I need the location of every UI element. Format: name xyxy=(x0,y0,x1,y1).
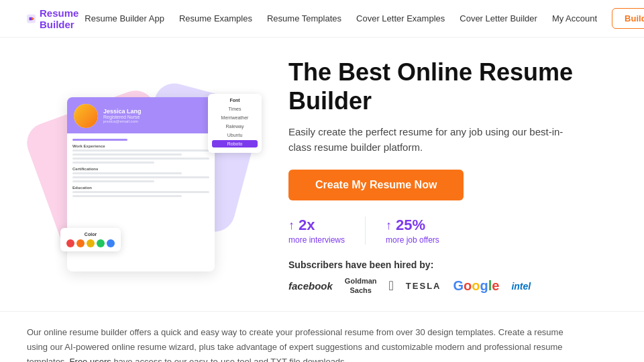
swatch-red[interactable] xyxy=(66,239,74,247)
nav-examples[interactable]: Resume Examples xyxy=(179,13,252,23)
navigation: Resume Builder Resume Builder App Resume… xyxy=(0,0,644,38)
font-option-roboto[interactable]: Roboto xyxy=(212,140,258,147)
nav-templates[interactable]: Resume Templates xyxy=(267,13,341,23)
cta-button[interactable]: Create My Resume Now xyxy=(288,170,464,200)
hero-content: The Best Online Resume Builder Easily cr… xyxy=(268,58,617,298)
resume-contact: jessica@email.com xyxy=(103,119,142,123)
stat-job-offers-label: more job offers xyxy=(386,235,439,245)
description-text: Our online resume builder offers a quick… xyxy=(27,325,577,362)
logo-facebook: facebook xyxy=(288,280,333,292)
logo-apple:  xyxy=(389,278,394,294)
font-option-merriweather[interactable]: Merriweather xyxy=(212,114,258,121)
hired-by-section: Subscribers have been hired by: facebook… xyxy=(288,259,617,294)
swatch-blue[interactable] xyxy=(107,239,115,247)
free-users-link[interactable]: Free users xyxy=(70,357,111,362)
stat-interviews-value: 2x xyxy=(299,217,315,234)
nav-cover-builder[interactable]: Cover Letter Builder xyxy=(460,13,537,23)
logo-intel: intel xyxy=(511,281,531,292)
nav-builder-app[interactable]: Resume Builder App xyxy=(85,13,164,23)
swatch-orange[interactable] xyxy=(76,239,85,247)
hired-by-label: Subscribers have been hired by: xyxy=(288,259,617,270)
logo-google: Google xyxy=(453,278,499,294)
nav-cover-examples[interactable]: Cover Letter Examples xyxy=(356,13,445,23)
stat-arrow-up-1: ↑ xyxy=(288,219,294,233)
logo-tesla: TESLA xyxy=(406,281,441,291)
color-panel: Color xyxy=(60,228,121,251)
stat-job-offers: ↑ 25% more job offers xyxy=(386,217,439,245)
description-section: Our online resume builder offers a quick… xyxy=(0,311,644,362)
svg-point-1 xyxy=(32,17,34,20)
stat-arrow-up-2: ↑ xyxy=(386,219,392,233)
resume-header: Jessica Lang Registered Nurse jessica@em… xyxy=(67,97,215,133)
resume-avatar xyxy=(74,104,98,128)
nav-links: Resume Builder App Resume Examples Resum… xyxy=(85,8,644,29)
font-option-raleway[interactable]: Raleway xyxy=(212,123,258,130)
swatch-yellow[interactable] xyxy=(87,239,95,247)
logo-goldman: GoldmanSachs xyxy=(345,277,377,294)
hero-section: Jessica Lang Registered Nurse jessica@em… xyxy=(0,38,644,311)
hero-headline: The Best Online Resume Builder xyxy=(288,58,617,115)
logo-icon xyxy=(27,11,36,26)
font-option-ubuntu[interactable]: Ubuntu xyxy=(212,131,258,139)
resume-title: Registered Nurse xyxy=(103,115,142,119)
resume-name: Jessica Lang xyxy=(103,108,142,115)
company-logos: facebook GoldmanSachs  TESLA Google int… xyxy=(288,277,617,294)
hero-visual: Jessica Lang Registered Nurse jessica@em… xyxy=(27,84,268,272)
stats-row: ↑ 2x more interviews ↑ 25% more job offe… xyxy=(288,217,617,245)
nav-cta-button[interactable]: Build My Resume xyxy=(612,8,644,29)
font-panel-title: Font xyxy=(212,98,258,103)
logo[interactable]: Resume Builder xyxy=(27,7,85,30)
nav-account[interactable]: My Account xyxy=(552,13,597,23)
stat-divider xyxy=(365,217,366,245)
stat-interviews: ↑ 2x more interviews xyxy=(288,217,345,245)
color-panel-title: Color xyxy=(64,232,117,237)
hero-subtext: Easily create the perfect resume for any… xyxy=(288,125,570,155)
font-option-times[interactable]: Times xyxy=(212,105,258,113)
stat-job-offers-value: 25% xyxy=(396,217,425,234)
logo-text: Resume Builder xyxy=(40,7,85,30)
stat-interviews-label: more interviews xyxy=(288,235,345,245)
font-panel: Font Times Merriweather Raleway Ubuntu R… xyxy=(208,94,262,153)
swatch-green[interactable] xyxy=(97,239,105,247)
color-swatches xyxy=(64,239,117,247)
